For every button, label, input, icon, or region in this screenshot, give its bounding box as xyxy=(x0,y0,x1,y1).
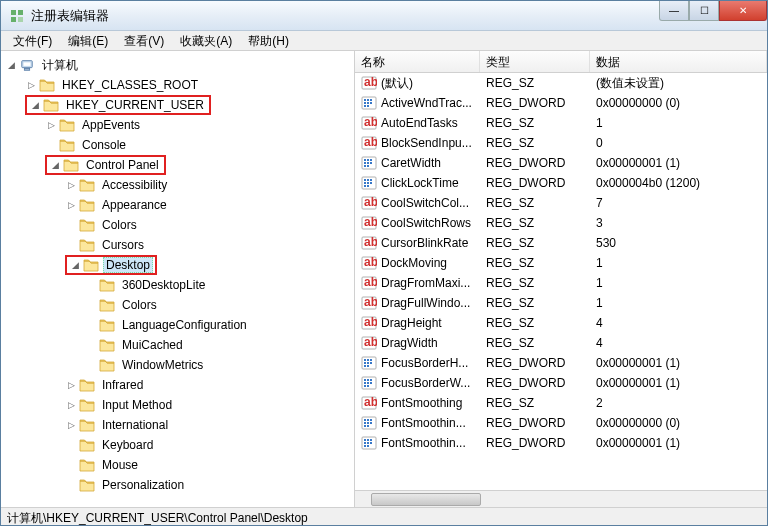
list-row[interactable]: AutoEndTasksREG_SZ1 xyxy=(355,113,767,133)
tree-label: WindowMetrics xyxy=(119,357,206,373)
tree-label: HKEY_CLASSES_ROOT xyxy=(59,77,201,93)
value-name: FocusBorderH... xyxy=(381,356,468,370)
list-row[interactable]: DragHeightREG_SZ4 xyxy=(355,313,767,333)
tree-label: Keyboard xyxy=(99,437,156,453)
folder-icon xyxy=(43,98,59,112)
expander-icon[interactable]: ▷ xyxy=(65,379,77,391)
list-row[interactable]: ActiveWndTrac...REG_DWORD0x00000000 (0) xyxy=(355,93,767,113)
tree-label: Colors xyxy=(99,217,140,233)
menu-edit[interactable]: 编辑(E) xyxy=(60,31,116,50)
expander-icon[interactable]: ◢ xyxy=(49,159,61,171)
value-name: DragHeight xyxy=(381,316,442,330)
list-row[interactable]: DragFullWindo...REG_SZ1 xyxy=(355,293,767,313)
tree-infrared[interactable]: ▷Infrared xyxy=(1,375,354,395)
tree-hkcu[interactable]: ◢HKEY_CURRENT_USER xyxy=(1,95,354,115)
tree-label: Appearance xyxy=(99,197,170,213)
value-sz-icon xyxy=(361,295,377,311)
list-row[interactable]: ClickLockTimeREG_DWORD0x000004b0 (1200) xyxy=(355,173,767,193)
tree-cursors[interactable]: ▷Cursors xyxy=(1,235,354,255)
expander-icon[interactable]: ▷ xyxy=(45,119,57,131)
tree-label: LanguageConfiguration xyxy=(119,317,250,333)
tree-appevents[interactable]: ▷AppEvents xyxy=(1,115,354,135)
value-type: REG_SZ xyxy=(480,315,590,331)
value-type: REG_DWORD xyxy=(480,155,590,171)
menu-help[interactable]: 帮助(H) xyxy=(240,31,297,50)
tree-console[interactable]: ▷Console xyxy=(1,135,354,155)
expander-icon[interactable]: ◢ xyxy=(29,99,41,111)
list-row[interactable]: FocusBorderH...REG_DWORD0x00000001 (1) xyxy=(355,353,767,373)
list-row[interactable]: BlockSendInpu...REG_SZ0 xyxy=(355,133,767,153)
folder-icon xyxy=(83,258,99,272)
value-type: REG_SZ xyxy=(480,235,590,251)
value-name: AutoEndTasks xyxy=(381,116,458,130)
tree-hkcr[interactable]: ▷HKEY_CLASSES_ROOT xyxy=(1,75,354,95)
tree-label: Console xyxy=(79,137,129,153)
list-row[interactable]: DragFromMaxi...REG_SZ1 xyxy=(355,273,767,293)
tree-keyboard[interactable]: ▷Keyboard xyxy=(1,435,354,455)
tree-muicached[interactable]: ▷MuiCached xyxy=(1,335,354,355)
tree-personalization[interactable]: ▷Personalization xyxy=(1,475,354,495)
tree-panel[interactable]: ◢计算机 ▷HKEY_CLASSES_ROOT ◢HKEY_CURRENT_US… xyxy=(1,51,355,507)
folder-icon xyxy=(79,198,95,212)
tree-colors[interactable]: ▷Colors xyxy=(1,215,354,235)
list-row[interactable]: DragWidthREG_SZ4 xyxy=(355,333,767,353)
value-sz-icon xyxy=(361,255,377,271)
column-header-name[interactable]: 名称 xyxy=(355,51,480,72)
list-row[interactable]: CaretWidthREG_DWORD0x00000001 (1) xyxy=(355,153,767,173)
tree-controlpanel[interactable]: ◢Control Panel xyxy=(1,155,354,175)
tree-label: Personalization xyxy=(99,477,187,493)
tree-mouse[interactable]: ▷Mouse xyxy=(1,455,354,475)
value-name: CursorBlinkRate xyxy=(381,236,468,250)
value-name: CoolSwitchCol... xyxy=(381,196,469,210)
horizontal-scrollbar[interactable] xyxy=(355,490,767,507)
tree-accessibility[interactable]: ▷Accessibility xyxy=(1,175,354,195)
list-row[interactable]: DockMovingREG_SZ1 xyxy=(355,253,767,273)
tree-inputmethod[interactable]: ▷Input Method xyxy=(1,395,354,415)
tree-desktop[interactable]: ◢Desktop xyxy=(1,255,354,275)
tree-windowmetrics[interactable]: ▷WindowMetrics xyxy=(1,355,354,375)
list-row[interactable]: CoolSwitchCol...REG_SZ7 xyxy=(355,193,767,213)
expander-icon[interactable]: ▷ xyxy=(25,79,37,91)
value-type: REG_SZ xyxy=(480,335,590,351)
column-header-type[interactable]: 类型 xyxy=(480,51,590,72)
column-header-data[interactable]: 数据 xyxy=(590,51,767,72)
list-row[interactable]: FontSmoothin...REG_DWORD0x00000000 (0) xyxy=(355,413,767,433)
folder-icon xyxy=(99,318,115,332)
maximize-button[interactable]: ☐ xyxy=(689,1,719,21)
menu-favorites[interactable]: 收藏夹(A) xyxy=(172,31,240,50)
tree-desktoplite[interactable]: ▷360DesktopLite xyxy=(1,275,354,295)
list-row[interactable]: FontSmoothingREG_SZ2 xyxy=(355,393,767,413)
minimize-button[interactable]: — xyxy=(659,1,689,21)
list-panel[interactable]: 名称 类型 数据 (默认)REG_SZ(数值未设置)ActiveWndTrac.… xyxy=(355,51,767,507)
value-name: ActiveWndTrac... xyxy=(381,96,472,110)
value-data: 530 xyxy=(590,235,767,251)
scrollbar-thumb[interactable] xyxy=(371,493,481,506)
value-type: REG_SZ xyxy=(480,135,590,151)
tree-international[interactable]: ▷International xyxy=(1,415,354,435)
list-row[interactable]: (默认)REG_SZ(数值未设置) xyxy=(355,73,767,93)
value-name: FontSmoothing xyxy=(381,396,462,410)
value-data: 0x00000001 (1) xyxy=(590,155,767,171)
tree-root[interactable]: ◢计算机 xyxy=(1,55,354,75)
tree-label: Mouse xyxy=(99,457,141,473)
tree-appearance[interactable]: ▷Appearance xyxy=(1,195,354,215)
menu-view[interactable]: 查看(V) xyxy=(116,31,172,50)
menu-file[interactable]: 文件(F) xyxy=(5,31,60,50)
expander-icon[interactable]: ▷ xyxy=(65,199,77,211)
tree-colors2[interactable]: ▷Colors xyxy=(1,295,354,315)
list-row[interactable]: CoolSwitchRowsREG_SZ3 xyxy=(355,213,767,233)
value-type: REG_SZ xyxy=(480,255,590,271)
expander-icon[interactable]: ◢ xyxy=(5,59,17,71)
value-data: 0x00000000 (0) xyxy=(590,415,767,431)
expander-icon[interactable]: ◢ xyxy=(69,259,81,271)
list-row[interactable]: FocusBorderW...REG_DWORD0x00000001 (1) xyxy=(355,373,767,393)
list-row[interactable]: CursorBlinkRateREG_SZ530 xyxy=(355,233,767,253)
value-sz-icon xyxy=(361,315,377,331)
close-button[interactable]: ✕ xyxy=(719,1,767,21)
expander-icon[interactable]: ▷ xyxy=(65,419,77,431)
tree-langconf[interactable]: ▷LanguageConfiguration xyxy=(1,315,354,335)
list-row[interactable]: FontSmoothin...REG_DWORD0x00000001 (1) xyxy=(355,433,767,453)
expander-icon[interactable]: ▷ xyxy=(65,179,77,191)
expander-icon[interactable]: ▷ xyxy=(65,399,77,411)
list-header: 名称 类型 数据 xyxy=(355,51,767,73)
